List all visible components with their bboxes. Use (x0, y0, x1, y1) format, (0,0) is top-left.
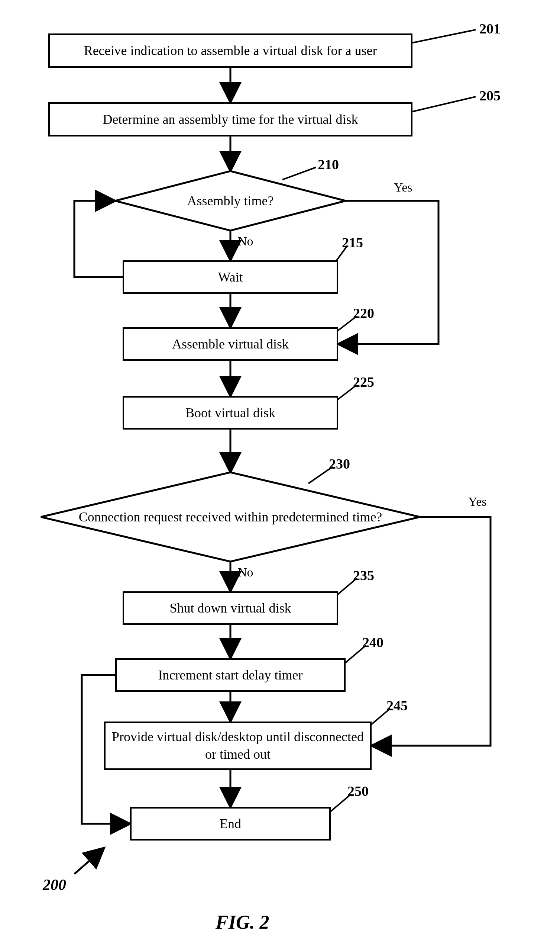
ref-250: 250 (348, 783, 369, 799)
step-wait: Wait (123, 260, 338, 294)
step-text: Boot virtual disk (185, 404, 275, 422)
step-text: Determine an assembly time for the virtu… (103, 111, 358, 128)
svg-line-12 (412, 30, 475, 43)
decision-text: Assembly time? (187, 193, 274, 208)
step-text: Increment start delay timer (158, 667, 303, 684)
branch-no-210: No (238, 234, 254, 249)
step-text: Provide virtual disk/desktop until disco… (111, 728, 364, 763)
step-boot-virtual-disk: Boot virtual disk (123, 396, 338, 429)
step-shut-down-virtual-disk: Shut down virtual disk (123, 591, 338, 625)
step-end: End (130, 807, 331, 840)
ref-201: 201 (479, 20, 500, 37)
decision-text: Connection request received within prede… (79, 508, 382, 526)
ref-200: 200 (43, 876, 66, 894)
ref-235: 235 (353, 567, 374, 584)
step-text: Assemble virtual disk (172, 335, 289, 353)
flowchart-figure-2: Receive indication to assemble a virtual… (0, 0, 560, 948)
decision-assembly-time: Assembly time? (115, 171, 346, 231)
step-text: Wait (218, 269, 243, 286)
step-text: Shut down virtual disk (169, 599, 291, 617)
ref-230: 230 (329, 455, 350, 472)
step-receive-indication: Receive indication to assemble a virtual… (48, 34, 412, 68)
ref-205: 205 (479, 87, 500, 104)
figure-caption: FIG. 2 (215, 911, 269, 933)
ref-215: 215 (342, 234, 363, 251)
step-increment-start-delay-timer: Increment start delay timer (115, 658, 346, 692)
ref-240: 240 (362, 634, 383, 650)
branch-yes-230: Yes (468, 495, 486, 509)
step-determine-assembly-time: Determine an assembly time for the virtu… (48, 102, 412, 136)
ref-210: 210 (318, 156, 339, 173)
decision-connection-request: Connection request received within prede… (67, 493, 394, 541)
branch-no-230: No (238, 565, 254, 579)
svg-line-13 (412, 97, 475, 111)
ref-245: 245 (386, 697, 408, 714)
svg-line-23 (74, 848, 104, 874)
step-assemble-virtual-disk: Assemble virtual disk (123, 327, 338, 361)
ref-225: 225 (353, 374, 374, 390)
flowchart-connectors (0, 0, 560, 948)
step-text: Receive indication to assemble a virtual… (84, 42, 377, 60)
branch-yes-210: Yes (394, 181, 412, 195)
ref-220: 220 (353, 305, 374, 321)
step-provide-virtual-disk: Provide virtual disk/desktop until disco… (104, 721, 372, 770)
step-text: End (220, 815, 241, 833)
